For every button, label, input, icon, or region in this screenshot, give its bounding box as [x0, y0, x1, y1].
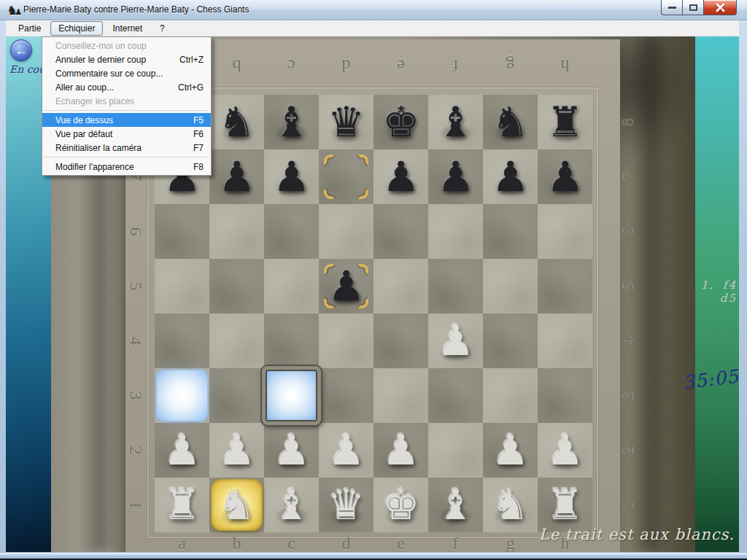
- white-pawn-a2[interactable]: ♟: [155, 423, 209, 478]
- black-king-e8[interactable]: ♚: [374, 95, 428, 149]
- square-f2[interactable]: [428, 423, 483, 478]
- menu-item[interactable]: Vue de dessusF5: [42, 113, 211, 127]
- close-button[interactable]: [703, 0, 737, 15]
- black-rook-h8[interactable]: ♜: [538, 95, 592, 149]
- menu-item[interactable]: Commentaire sur ce coup...: [42, 66, 211, 80]
- square-h4[interactable]: [538, 314, 592, 368]
- white-bishop-f1[interactable]: ♝: [428, 478, 483, 532]
- square-a6[interactable]: [155, 204, 209, 259]
- square-g3[interactable]: [483, 368, 538, 423]
- menu-item-shortcut: F7: [193, 143, 204, 153]
- white-rook-h1[interactable]: ♜: [538, 478, 592, 532]
- menubar-item-?[interactable]: ?: [152, 21, 173, 36]
- white-pawn-f4[interactable]: ♟: [428, 314, 483, 368]
- square-b4[interactable]: [209, 314, 264, 368]
- menu-item[interactable]: Réinitialiser la caméraF7: [42, 141, 211, 155]
- black-pawn-b7[interactable]: ♟: [209, 149, 264, 204]
- square-g6[interactable]: [483, 204, 538, 259]
- black-pawn-c7[interactable]: ♟: [264, 149, 319, 204]
- square-h6[interactable]: [538, 204, 592, 259]
- rank-label-right-1: 1: [600, 497, 654, 513]
- knight-icon: ♞: [492, 478, 529, 532]
- file-label-bottom-e: e: [374, 534, 428, 552]
- bishop-icon: ♝: [437, 478, 474, 532]
- white-pawn-b2[interactable]: ♟: [209, 423, 264, 478]
- menubar-item-partie[interactable]: Partie: [10, 21, 49, 36]
- white-queen-d1[interactable]: ♛: [319, 478, 374, 532]
- white-pawn-d2[interactable]: ♟: [319, 423, 374, 478]
- rook-icon: ♜: [163, 478, 201, 532]
- square-f6[interactable]: [428, 204, 483, 259]
- menu-item[interactable]: Vue par défautF6: [42, 127, 211, 141]
- menu-item-shortcut: Ctrl+Z: [179, 55, 204, 65]
- square-b6[interactable]: [209, 204, 264, 259]
- menu-item[interactable]: Echanger les places: [42, 94, 211, 108]
- black-pawn-g7[interactable]: ♟: [483, 149, 538, 204]
- square-c6[interactable]: [264, 204, 319, 259]
- square-d6[interactable]: [319, 204, 374, 259]
- menu-item[interactable]: Conseillez-moi un coup: [42, 39, 211, 52]
- square-e5[interactable]: [374, 259, 428, 314]
- menu-item-label: Aller au coup...: [55, 82, 168, 93]
- square-d4[interactable]: [319, 314, 374, 368]
- square-a4[interactable]: [155, 314, 209, 368]
- white-knight-b1[interactable]: ♞: [209, 478, 264, 532]
- square-e4[interactable]: [374, 314, 428, 368]
- square-b5[interactable]: [209, 259, 264, 314]
- minimize-button[interactable]: [661, 0, 682, 15]
- pawn-icon: ♟: [163, 423, 201, 478]
- pawn-icon: ♟: [273, 423, 310, 478]
- move-hint-highlight-a3[interactable]: [156, 370, 208, 421]
- white-pawn-e2[interactable]: ♟: [374, 423, 428, 478]
- file-label-top-g: g: [483, 55, 538, 75]
- black-knight-g8[interactable]: ♞: [483, 95, 538, 149]
- square-c5[interactable]: [264, 259, 319, 314]
- square-f3[interactable]: [428, 368, 483, 423]
- last-move-from-marker-d7[interactable]: [319, 149, 374, 204]
- hovered-move-highlight-c3[interactable]: [262, 366, 321, 425]
- menu-item[interactable]: Annuler le dernier coupCtrl+Z: [42, 52, 211, 66]
- square-h5[interactable]: [538, 259, 592, 314]
- file-label-bottom-b: b: [209, 534, 264, 552]
- square-e3[interactable]: [374, 368, 428, 423]
- black-bishop-f8[interactable]: ♝: [428, 95, 483, 149]
- square-f5[interactable]: [428, 259, 483, 314]
- square-g4[interactable]: [483, 314, 538, 368]
- square-c4[interactable]: [264, 314, 319, 368]
- menu-item[interactable]: Modifier l'apparenceF8: [42, 160, 211, 174]
- black-pawn-h7[interactable]: ♟: [538, 149, 592, 204]
- rook-icon: ♜: [546, 478, 584, 532]
- white-rook-a1[interactable]: ♜: [155, 478, 209, 532]
- menubar-item-echiquier[interactable]: Echiquier: [50, 21, 103, 36]
- black-knight-b8[interactable]: ♞: [209, 95, 264, 149]
- white-pawn-c2[interactable]: ♟: [264, 423, 319, 478]
- rank-label-right-3: 3: [600, 388, 654, 404]
- white-pawn-g2[interactable]: ♟: [483, 423, 538, 478]
- menubar-item-internet[interactable]: Internet: [104, 21, 150, 36]
- back-button[interactable]: ←: [10, 39, 32, 61]
- black-pawn-f7[interactable]: ♟: [428, 149, 483, 204]
- black-pawn-d5[interactable]: ♟: [319, 259, 374, 314]
- black-pawn-e7[interactable]: ♟: [374, 149, 428, 204]
- pawn-icon: ♟: [273, 149, 310, 204]
- pawn-icon: ♟: [328, 423, 365, 478]
- square-g5[interactable]: [483, 259, 538, 314]
- square-a5[interactable]: [155, 259, 209, 314]
- white-king-e1[interactable]: ♚: [374, 478, 428, 532]
- square-h3[interactable]: [538, 368, 592, 423]
- white-pawn-h2[interactable]: ♟: [538, 423, 592, 478]
- menu-item-shortcut: F6: [193, 129, 204, 139]
- square-b3[interactable]: [209, 368, 264, 423]
- white-knight-g1[interactable]: ♞: [483, 478, 538, 532]
- black-queen-d8[interactable]: ♛: [319, 95, 374, 149]
- square-d3[interactable]: [319, 368, 374, 423]
- maximize-icon: [689, 4, 697, 11]
- black-bishop-c8[interactable]: ♝: [264, 95, 319, 149]
- menu-item-label: Vue par défaut: [55, 129, 183, 139]
- queen-icon: ♛: [328, 478, 365, 532]
- white-bishop-c1[interactable]: ♝: [264, 478, 319, 532]
- maximize-button[interactable]: [682, 0, 703, 15]
- square-e6[interactable]: [374, 204, 428, 259]
- turn-status-text: Le trait est aux blancs.: [539, 526, 735, 543]
- menu-item[interactable]: Aller au coup...Ctrl+G: [42, 80, 211, 94]
